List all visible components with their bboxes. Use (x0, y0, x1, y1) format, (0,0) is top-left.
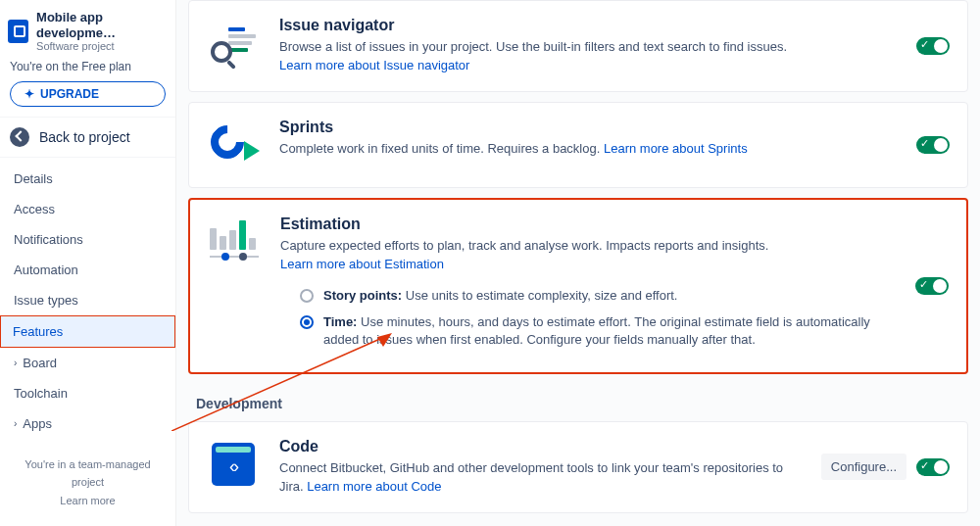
feature-title: Sprints (279, 119, 897, 136)
option-text: Use units to estimate complexity, size a… (402, 288, 677, 303)
back-to-project[interactable]: Back to project (0, 117, 175, 158)
feature-sprints: Sprints Complete work in fixed units of … (188, 102, 968, 188)
settings-nav: Details Access Notifications Automation … (0, 158, 175, 445)
feature-title: Issue navigator (279, 17, 897, 34)
estimation-option-story-points[interactable]: Story points: Use units to estimate comp… (300, 287, 896, 305)
sprints-icon (207, 119, 260, 171)
radio-checked-icon (300, 315, 314, 329)
chevron-right-icon: › (14, 358, 17, 368)
option-label: Time: (323, 314, 357, 329)
feature-toggle[interactable] (916, 458, 950, 476)
option-text: Use minutes, hours, and days to estimate… (323, 314, 870, 347)
feature-desc: Complete work in fixed units of time. Re… (279, 141, 604, 156)
plan-note: You're on the Free plan (0, 58, 175, 75)
nav-features[interactable]: Features (0, 315, 175, 348)
feature-toggle[interactable] (916, 37, 950, 55)
back-label: Back to project (39, 129, 130, 145)
nav-details[interactable]: Details (0, 164, 175, 194)
sidebar-footer-text: You're in a team-managed project (24, 458, 150, 488)
feature-toggle[interactable] (916, 136, 950, 154)
feature-title: Estimation (280, 215, 896, 233)
radio-unchecked-icon (300, 289, 314, 303)
feature-toggle[interactable] (915, 277, 949, 295)
upgrade-icon: ✦ (24, 87, 34, 101)
project-header[interactable]: Mobile app developme… Software project (0, 0, 175, 58)
feature-link[interactable]: Learn more about Code (307, 479, 441, 494)
nav-issue-types[interactable]: Issue types (0, 285, 175, 315)
feature-link[interactable]: Learn more about Issue navigator (279, 58, 469, 72)
feature-issue-navigator: Issue navigator Browse a list of issues … (188, 0, 968, 92)
option-label: Story points: (323, 288, 402, 303)
back-arrow-icon (10, 127, 29, 147)
estimation-option-time[interactable]: Time: Use minutes, hours, and days to es… (300, 313, 896, 349)
nav-toolchain[interactable]: Toolchain (0, 378, 175, 408)
estimation-icon (208, 215, 261, 268)
nav-apps-label: Apps (23, 416, 52, 431)
feature-estimation: Estimation Capture expected efforts to p… (188, 198, 968, 374)
feature-title: Code (279, 438, 802, 455)
issue-navigator-icon (207, 17, 260, 70)
upgrade-label: UPGRADE (40, 87, 99, 101)
feature-code: Code Connect Bitbucket, GitHub and other… (188, 421, 968, 513)
feature-desc: Browse a list of issues in your project.… (279, 39, 787, 54)
nav-board[interactable]: ›Board (0, 348, 175, 378)
section-development: Development (188, 396, 968, 411)
features-panel: Issue navigator Browse a list of issues … (176, 0, 980, 526)
configure-button[interactable]: Configure... (821, 454, 906, 480)
estimation-options: Story points: Use units to estimate comp… (280, 287, 896, 349)
feature-link[interactable]: Learn more about Sprints (604, 141, 748, 156)
feature-link[interactable]: Learn more about Estimation (280, 257, 444, 271)
chevron-right-icon: › (14, 418, 17, 429)
project-subtitle: Software project (36, 40, 168, 52)
upgrade-button[interactable]: ✦ UPGRADE (10, 81, 166, 107)
feature-desc: Capture expected efforts to plan, track … (280, 238, 768, 253)
nav-access[interactable]: Access (0, 194, 175, 224)
nav-apps[interactable]: ›Apps (0, 408, 175, 439)
sidebar-footer-link[interactable]: Learn more (14, 493, 162, 510)
sidebar-footer: You're in a team-managed project Learn m… (0, 445, 175, 526)
nav-notifications[interactable]: Notifications (0, 224, 175, 255)
nav-automation[interactable]: Automation (0, 255, 175, 285)
project-icon (8, 20, 28, 43)
code-icon (207, 438, 260, 491)
project-title: Mobile app developme… (36, 10, 168, 40)
nav-board-label: Board (23, 356, 57, 370)
project-sidebar: Mobile app developme… Software project Y… (0, 0, 176, 526)
